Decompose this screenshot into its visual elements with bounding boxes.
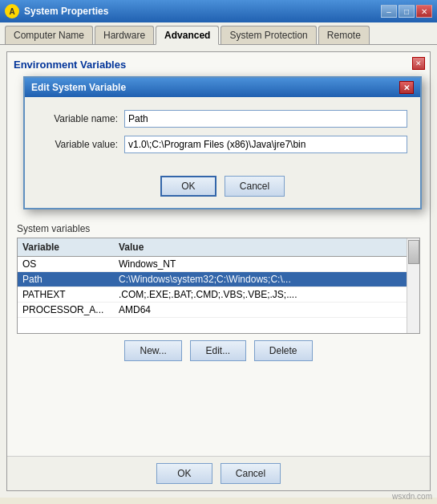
watermark: wsxdn.com — [392, 492, 432, 501]
row-variable: PROCESSOR_A... — [18, 303, 114, 317]
delete-button[interactable]: Delete — [254, 340, 313, 361]
tab-hardware[interactable]: Hardware — [95, 26, 154, 44]
tab-system-protection[interactable]: System Protection — [221, 26, 316, 44]
main-ok-button[interactable]: OK — [156, 463, 212, 484]
tab-advanced[interactable]: Advanced — [156, 26, 219, 45]
title-bar: A System Properties – □ ✕ — [0, 0, 437, 22]
row-value: C:\Windows\system32;C:\Windows;C:\... — [114, 272, 419, 287]
variable-name-input[interactable] — [124, 110, 407, 128]
env-panel-close-button[interactable]: ✕ — [412, 57, 425, 70]
title-bar-left: A System Properties — [5, 4, 108, 18]
row-value: Windows_NT — [114, 257, 419, 271]
table-header: Variable Value — [18, 238, 419, 257]
col-header-value: Value — [114, 240, 419, 254]
table-scrollbar[interactable] — [407, 238, 419, 333]
title-bar-controls: – □ ✕ — [381, 5, 432, 18]
env-panel: Environment Variables ✕ Edit System Vari… — [6, 51, 431, 491]
maximize-button[interactable]: □ — [399, 5, 415, 18]
variable-value-input[interactable] — [124, 136, 407, 153]
dialog-title: Edit System Variable — [31, 82, 126, 93]
row-variable: PATHEXT — [18, 287, 114, 302]
dialog-title-bar: Edit System Variable ✕ — [25, 78, 420, 97]
table-body: OS Windows_NT Path C:\Windows\system32;C… — [18, 257, 419, 318]
tab-remote[interactable]: Remote — [318, 26, 370, 44]
row-value: .COM;.EXE;.BAT;.CMD;.VBS;.VBE;.JS;.... — [114, 287, 419, 302]
tabs-container: Computer Name Hardware Advanced System P… — [0, 22, 437, 45]
new-button[interactable]: New... — [124, 340, 181, 361]
app-icon: A — [5, 4, 19, 18]
dialog-close-button[interactable]: ✕ — [399, 81, 414, 94]
variable-name-label: Variable name: — [38, 113, 118, 124]
col-header-variable: Variable — [18, 240, 114, 254]
close-button[interactable]: ✕ — [416, 5, 432, 18]
variable-name-row: Variable name: — [38, 110, 407, 128]
table-row[interactable]: Path C:\Windows\system32;C:\Windows;C:\.… — [18, 272, 419, 287]
table-row[interactable]: PROCESSOR_A... AMD64 — [18, 303, 419, 318]
dialog-ok-button[interactable]: OK — [160, 176, 216, 197]
minimize-button[interactable]: – — [381, 5, 397, 18]
row-variable: Path — [18, 272, 114, 287]
system-vars-table: Variable Value OS Windows_NT Path C:\Win… — [17, 238, 420, 334]
row-variable: OS — [18, 257, 114, 271]
variable-value-row: Variable value: — [38, 136, 407, 153]
scrollbar-thumb[interactable] — [408, 240, 419, 264]
main-ok-cancel: OK Cancel — [7, 456, 430, 490]
table-row[interactable]: PATHEXT .COM;.EXE;.BAT;.CMD;.VBS;.VBE;.J… — [18, 287, 419, 303]
row-value: AMD64 — [114, 303, 419, 317]
dialog-buttons: OK Cancel — [25, 171, 420, 208]
table-row[interactable]: OS Windows_NT — [18, 257, 419, 272]
system-vars-section: System variables Variable Value OS Windo… — [14, 223, 423, 361]
env-panel-title: Environment Variables — [14, 59, 423, 71]
dialog-cancel-button[interactable]: Cancel — [225, 176, 285, 197]
dialog-body: Variable name: Variable value: — [25, 97, 420, 171]
main-content: Environment Variables ✕ Edit System Vari… — [0, 45, 437, 498]
edit-button[interactable]: Edit... — [190, 340, 246, 361]
system-vars-label: System variables — [17, 223, 420, 234]
tab-computer-name[interactable]: Computer Name — [5, 26, 93, 44]
system-vars-buttons: New... Edit... Delete — [17, 340, 420, 361]
edit-dialog: Edit System Variable ✕ Variable name: Va… — [23, 76, 422, 209]
variable-value-label: Variable value: — [38, 139, 118, 150]
main-cancel-button[interactable]: Cancel — [221, 463, 281, 484]
window-title: System Properties — [24, 6, 108, 17]
